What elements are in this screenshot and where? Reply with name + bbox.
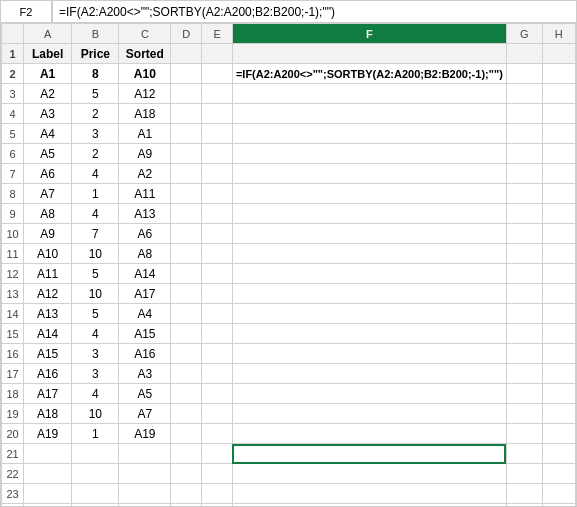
cell-a10[interactable]: A9 <box>24 224 72 244</box>
cell-b6[interactable]: 2 <box>72 144 119 164</box>
cell-e2[interactable] <box>202 64 233 84</box>
cell-f2[interactable]: =IF(A2:A200<>"";SORTBY(A2:A200;B2:B200;-… <box>232 64 506 84</box>
cell-b15[interactable]: 4 <box>72 324 119 344</box>
cell-d15[interactable] <box>171 324 202 344</box>
cell-g24[interactable] <box>506 504 542 507</box>
cell-a8[interactable]: A7 <box>24 184 72 204</box>
cell-d23[interactable] <box>171 484 202 504</box>
cell-d6[interactable] <box>171 144 202 164</box>
cell-d8[interactable] <box>171 184 202 204</box>
cell-g17[interactable] <box>506 364 542 384</box>
cell-a15[interactable]: A14 <box>24 324 72 344</box>
cell-f8[interactable] <box>232 184 506 204</box>
cell-h12[interactable] <box>542 264 575 284</box>
cell-c23[interactable] <box>119 484 171 504</box>
cell-e16[interactable] <box>202 344 233 364</box>
cell-b4[interactable]: 2 <box>72 104 119 124</box>
cell-f17[interactable] <box>232 364 506 384</box>
cell-c3[interactable]: A12 <box>119 84 171 104</box>
cell-h10[interactable] <box>542 224 575 244</box>
cell-h16[interactable] <box>542 344 575 364</box>
cell-b16[interactable]: 3 <box>72 344 119 364</box>
cell-c10[interactable]: A6 <box>119 224 171 244</box>
cell-d13[interactable] <box>171 284 202 304</box>
cell-g15[interactable] <box>506 324 542 344</box>
cell-d16[interactable] <box>171 344 202 364</box>
cell-c1[interactable]: Sorted <box>119 44 171 64</box>
cell-a7[interactable]: A6 <box>24 164 72 184</box>
cell-g9[interactable] <box>506 204 542 224</box>
cell-f21[interactable] <box>232 444 506 464</box>
cell-f24[interactable] <box>232 504 506 507</box>
cell-h9[interactable] <box>542 204 575 224</box>
cell-d20[interactable] <box>171 424 202 444</box>
cell-g4[interactable] <box>506 104 542 124</box>
cell-b14[interactable]: 5 <box>72 304 119 324</box>
cell-h11[interactable] <box>542 244 575 264</box>
cell-e8[interactable] <box>202 184 233 204</box>
col-header-f[interactable]: F <box>232 24 506 44</box>
cell-d11[interactable] <box>171 244 202 264</box>
cell-f19[interactable] <box>232 404 506 424</box>
cell-h7[interactable] <box>542 164 575 184</box>
cell-f16[interactable] <box>232 344 506 364</box>
cell-b12[interactable]: 5 <box>72 264 119 284</box>
cell-c6[interactable]: A9 <box>119 144 171 164</box>
cell-f14[interactable] <box>232 304 506 324</box>
cell-h24[interactable] <box>542 504 575 507</box>
cell-e5[interactable] <box>202 124 233 144</box>
cell-a14[interactable]: A13 <box>24 304 72 324</box>
cell-a6[interactable]: A5 <box>24 144 72 164</box>
cell-h14[interactable] <box>542 304 575 324</box>
cell-a23[interactable] <box>24 484 72 504</box>
cell-h2[interactable] <box>542 64 575 84</box>
cell-e20[interactable] <box>202 424 233 444</box>
cell-d18[interactable] <box>171 384 202 404</box>
cell-d9[interactable] <box>171 204 202 224</box>
cell-f9[interactable] <box>232 204 506 224</box>
cell-e24[interactable] <box>202 504 233 507</box>
cell-h21[interactable] <box>542 444 575 464</box>
cell-f12[interactable] <box>232 264 506 284</box>
cell-a17[interactable]: A16 <box>24 364 72 384</box>
cell-f5[interactable] <box>232 124 506 144</box>
cell-e22[interactable] <box>202 464 233 484</box>
cell-c11[interactable]: A8 <box>119 244 171 264</box>
cell-c19[interactable]: A7 <box>119 404 171 424</box>
cell-c12[interactable]: A14 <box>119 264 171 284</box>
cell-c4[interactable]: A18 <box>119 104 171 124</box>
cell-g12[interactable] <box>506 264 542 284</box>
cell-a9[interactable]: A8 <box>24 204 72 224</box>
cell-h20[interactable] <box>542 424 575 444</box>
cell-f6[interactable] <box>232 144 506 164</box>
cell-c13[interactable]: A17 <box>119 284 171 304</box>
cell-a11[interactable]: A10 <box>24 244 72 264</box>
cell-f4[interactable] <box>232 104 506 124</box>
cell-c8[interactable]: A11 <box>119 184 171 204</box>
cell-a4[interactable]: A3 <box>24 104 72 124</box>
cell-e10[interactable] <box>202 224 233 244</box>
cell-b13[interactable]: 10 <box>72 284 119 304</box>
cell-c9[interactable]: A13 <box>119 204 171 224</box>
cell-h8[interactable] <box>542 184 575 204</box>
cell-g19[interactable] <box>506 404 542 424</box>
cell-f13[interactable] <box>232 284 506 304</box>
cell-g16[interactable] <box>506 344 542 364</box>
cell-d17[interactable] <box>171 364 202 384</box>
cell-e14[interactable] <box>202 304 233 324</box>
cell-a19[interactable]: A18 <box>24 404 72 424</box>
cell-e9[interactable] <box>202 204 233 224</box>
cell-d14[interactable] <box>171 304 202 324</box>
cell-b2[interactable]: 8 <box>72 64 119 84</box>
cell-b3[interactable]: 5 <box>72 84 119 104</box>
cell-e18[interactable] <box>202 384 233 404</box>
cell-d1[interactable] <box>171 44 202 64</box>
cell-d12[interactable] <box>171 264 202 284</box>
cell-e13[interactable] <box>202 284 233 304</box>
cell-g1[interactable] <box>506 44 542 64</box>
cell-f10[interactable] <box>232 224 506 244</box>
grid-container[interactable]: A B C D E F G H 1 Label Price Sorted <box>1 23 576 506</box>
cell-h3[interactable] <box>542 84 575 104</box>
cell-h5[interactable] <box>542 124 575 144</box>
cell-b19[interactable]: 10 <box>72 404 119 424</box>
